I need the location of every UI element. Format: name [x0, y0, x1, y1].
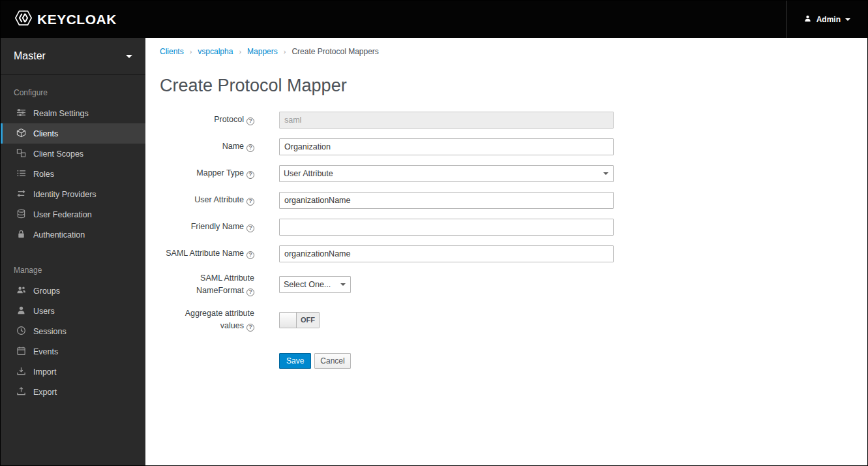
keycloak-logo-icon	[15, 10, 32, 28]
page-title: Create Protocol Mapper	[160, 76, 852, 96]
saml-nameformat-select-input[interactable]: Select One...	[279, 276, 351, 293]
topbar: KEYCLOAK Admin	[1, 1, 867, 38]
sidebar-item-events[interactable]: Events	[1, 341, 145, 362]
friendly-name-label: Friendly Name	[160, 221, 254, 233]
name-row: Name	[160, 138, 852, 155]
exchange-icon	[16, 189, 26, 200]
sidebar: Master Configure Realm Settings Clients	[1, 38, 145, 465]
sidebar-item-export[interactable]: Export	[1, 382, 145, 402]
users-icon	[16, 285, 26, 297]
saml-nameformat-row: SAML Attribute NameFormat Select One...	[160, 272, 852, 298]
chevron-right-icon: ›	[239, 48, 241, 55]
toggle-state-label: OFF	[297, 313, 319, 328]
cancel-button[interactable]: Cancel	[314, 353, 350, 369]
configure-section: Configure Realm Settings Clients Client …	[1, 84, 145, 245]
sidebar-item-realm-settings[interactable]: Realm Settings	[1, 103, 145, 123]
sidebar-item-sessions[interactable]: Sessions	[1, 321, 145, 341]
sidebar-item-client-scopes[interactable]: Client Scopes	[1, 144, 145, 164]
sidebar-item-groups[interactable]: Groups	[1, 281, 145, 301]
friendly-name-row: Friendly Name	[160, 219, 852, 236]
database-icon	[16, 209, 26, 221]
chevron-down-icon	[845, 18, 850, 21]
keycloak-logo[interactable]: KEYCLOAK	[1, 10, 117, 28]
chevron-down-icon	[126, 55, 132, 58]
admin-menu[interactable]: Admin	[786, 1, 867, 38]
help-icon[interactable]	[247, 324, 254, 332]
aggregate-values-toggle[interactable]: OFF	[279, 312, 320, 328]
sidebar-item-label: Roles	[33, 170, 54, 179]
aggregate-values-label: Aggregate attribute values	[160, 307, 254, 333]
mapper-type-select-input[interactable]: User Attribute	[279, 165, 614, 182]
mapper-type-row: Mapper Type User Attribute	[160, 165, 852, 182]
form-actions: Save Cancel	[279, 353, 852, 369]
sidebar-item-label: Export	[33, 388, 57, 397]
import-icon	[16, 366, 26, 378]
sidebar-item-authentication[interactable]: Authentication	[1, 225, 145, 245]
section-label-manage: Manage	[1, 262, 145, 281]
protocol-input	[279, 112, 614, 129]
create-mapper-form: Protocol Name Mapper Typ	[160, 112, 852, 369]
sidebar-nav: Configure Realm Settings Clients Client …	[1, 75, 145, 402]
realm-name: Master	[14, 50, 46, 62]
sidebar-item-label: Events	[33, 347, 58, 356]
mapper-type-label: Mapper Type	[160, 167, 254, 179]
calendar-icon	[16, 346, 26, 358]
save-button[interactable]: Save	[279, 353, 311, 369]
sidebar-item-clients[interactable]: Clients	[1, 123, 145, 144]
user-attribute-input[interactable]	[279, 192, 614, 209]
sidebar-item-users[interactable]: Users	[1, 301, 145, 321]
saml-nameformat-label: SAML Attribute NameFormat	[160, 272, 254, 298]
help-icon[interactable]	[247, 288, 254, 296]
user-icon	[803, 14, 812, 25]
sidebar-item-identity-providers[interactable]: Identity Providers	[1, 184, 145, 204]
sliders-icon	[16, 108, 26, 119]
friendly-name-input[interactable]	[279, 219, 614, 236]
clock-icon	[16, 326, 26, 337]
chevron-right-icon: ›	[284, 48, 286, 55]
sidebar-item-roles[interactable]: Roles	[1, 164, 145, 184]
list-icon	[16, 168, 26, 180]
help-icon[interactable]	[247, 198, 254, 206]
sidebar-item-label: Identity Providers	[33, 190, 97, 199]
realm-selector[interactable]: Master	[1, 38, 145, 75]
help-icon[interactable]	[247, 171, 254, 179]
name-input[interactable]	[279, 138, 614, 155]
sidebar-item-user-federation[interactable]: User Federation	[1, 204, 145, 225]
saml-attribute-name-input[interactable]	[279, 245, 614, 262]
saml-nameformat-select[interactable]: Select One...	[279, 276, 351, 293]
breadcrumb-mappers[interactable]: Mappers	[247, 47, 278, 56]
sidebar-item-label: Clients	[33, 129, 58, 138]
help-icon[interactable]	[247, 225, 254, 232]
sidebar-item-label: Authentication	[33, 230, 85, 240]
name-label: Name	[160, 140, 254, 153]
protocol-row: Protocol	[160, 112, 852, 129]
sidebar-item-import[interactable]: Import	[1, 362, 145, 382]
sidebar-item-label: Client Scopes	[33, 149, 83, 159]
toggle-handle	[280, 313, 297, 328]
saml-attribute-name-label: SAML Attribute Name	[160, 247, 254, 260]
help-icon[interactable]	[247, 117, 254, 125]
sidebar-item-label: Users	[33, 307, 55, 316]
main-content: Clients › vspcalpha › Mappers › Create P…	[145, 38, 867, 465]
section-label-configure: Configure	[1, 84, 145, 103]
user-icon	[16, 305, 26, 317]
user-attribute-label: User Attribute	[160, 194, 254, 206]
cubes-icon	[16, 148, 26, 160]
lock-icon	[16, 229, 26, 241]
breadcrumb-clients[interactable]: Clients	[160, 47, 184, 56]
sidebar-item-label: User Federation	[33, 210, 92, 219]
help-icon[interactable]	[247, 251, 254, 259]
sidebar-item-label: Groups	[33, 287, 60, 296]
sidebar-item-label: Realm Settings	[33, 109, 89, 118]
user-attribute-row: User Attribute	[160, 192, 852, 209]
aggregate-values-row: Aggregate attribute values OFF	[160, 307, 852, 333]
breadcrumb: Clients › vspcalpha › Mappers › Create P…	[160, 47, 852, 56]
admin-menu-label: Admin	[816, 15, 841, 24]
logo-text: KEYCLOAK	[37, 12, 117, 27]
chevron-right-icon: ›	[190, 48, 192, 55]
help-icon[interactable]	[247, 144, 254, 152]
mapper-type-select[interactable]: User Attribute	[279, 165, 614, 182]
saml-attribute-name-row: SAML Attribute Name	[160, 245, 852, 262]
breadcrumb-client[interactable]: vspcalpha	[198, 47, 233, 56]
manage-section: Manage Groups Users Sessions	[1, 262, 145, 402]
